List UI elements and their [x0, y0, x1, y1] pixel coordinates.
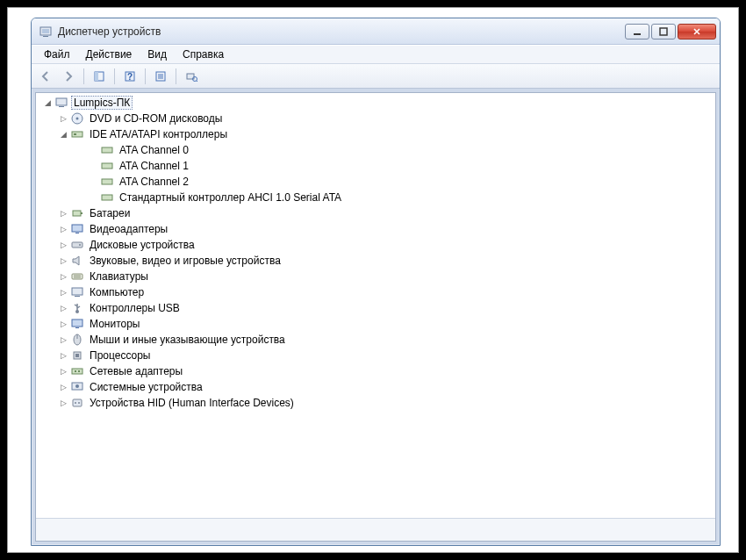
tree-root[interactable]: ◢ Lumpics-ПК: [36, 95, 715, 111]
nav-forward-button[interactable]: [58, 67, 79, 86]
computer-icon: [70, 285, 84, 299]
expand-icon[interactable]: ▷: [57, 365, 69, 377]
expand-icon[interactable]: ▷: [57, 318, 69, 330]
expand-icon[interactable]: ▷: [57, 223, 69, 235]
tree-label: IDE ATA/ATAPI контроллеры: [87, 127, 230, 141]
show-hide-tree-button[interactable]: [89, 67, 110, 86]
tree-item-mouse[interactable]: ▷ Мыши и иные указывающие устройства: [36, 332, 715, 348]
disk-icon: [70, 238, 84, 252]
scan-hardware-button[interactable]: [181, 67, 202, 86]
tree-item-ide[interactable]: ◢ IDE ATA/ATAPI контроллеры: [36, 126, 715, 142]
device-tree[interactable]: ◢ Lumpics-ПК ▷ DVD и CD-ROM дисководы: [36, 93, 715, 518]
tree-label: ATA Channel 0: [117, 143, 191, 157]
tree-item-ata0[interactable]: · ATA Channel 0: [36, 142, 715, 158]
svg-text:?: ?: [127, 72, 133, 82]
maximize-button[interactable]: [651, 24, 676, 39]
expand-icon[interactable]: ▷: [57, 207, 69, 219]
device-manager-window: Диспетчер устройств Файл Действие Вид Сп…: [31, 18, 721, 546]
toolbar-separator: [83, 68, 84, 84]
expand-icon[interactable]: ▷: [57, 381, 69, 393]
tree-label: Lumpics-ПК: [71, 96, 133, 110]
tree-label: Батареи: [87, 206, 133, 220]
menu-file[interactable]: Файл: [37, 47, 77, 62]
collapse-icon[interactable]: ◢: [57, 128, 69, 140]
controller-icon: [100, 143, 114, 157]
tree-label: Мониторы: [87, 317, 142, 331]
expand-icon[interactable]: ▷: [57, 270, 69, 283]
tree-item-disk[interactable]: ▷ Дисковые устройства: [36, 237, 715, 253]
display-adapter-icon: [70, 222, 84, 236]
svg-rect-20: [72, 132, 82, 137]
tree-item-ahci[interactable]: · Стандартный контроллер AHCI 1.0 Serial…: [36, 190, 715, 205]
expand-icon[interactable]: ▷: [57, 397, 69, 409]
help-button[interactable]: ?: [119, 67, 140, 86]
close-button[interactable]: [678, 24, 716, 39]
menu-view[interactable]: Вид: [140, 47, 174, 62]
tree-label: Мыши и иные указывающие устройства: [87, 333, 288, 347]
tree-item-cpu[interactable]: ▷ Процессоры: [36, 348, 715, 363]
tree-item-keyboard[interactable]: ▷ Клавиатуры: [36, 269, 715, 284]
minimize-button[interactable]: [625, 24, 649, 39]
expand-icon[interactable]: ▷: [57, 286, 69, 298]
tree-label: Процессоры: [87, 348, 154, 363]
system-device-icon: [70, 380, 84, 394]
svg-rect-40: [75, 327, 79, 328]
expand-icon[interactable]: ▷: [57, 349, 69, 362]
tree-item-video[interactable]: ▷ Видеоадаптеры: [36, 221, 715, 237]
tree-label: Клавиатуры: [87, 269, 151, 284]
expand-icon[interactable]: ▷: [57, 112, 69, 125]
menu-help[interactable]: Справка: [176, 47, 231, 62]
expand-icon[interactable]: ▷: [57, 255, 69, 267]
tree-label: Дисковые устройства: [87, 238, 197, 252]
tree-label: Контроллеры USB: [87, 301, 183, 315]
nav-back-button[interactable]: [35, 67, 56, 86]
monitor-icon: [70, 317, 84, 331]
tree-item-dvd[interactable]: ▷ DVD и CD-ROM дисководы: [36, 111, 715, 126]
svg-rect-21: [74, 133, 76, 135]
svg-rect-35: [72, 288, 82, 295]
tree-item-computer[interactable]: ▷ Компьютер: [36, 284, 715, 300]
tree-item-network[interactable]: ▷ Сетевые адаптеры: [36, 363, 715, 379]
tree-item-battery[interactable]: ▷ Батареи: [36, 205, 715, 221]
properties-button[interactable]: [150, 67, 171, 86]
tree-item-hid[interactable]: ▷ Устройства HID (Human Interface Device…: [36, 395, 715, 411]
tree-item-monitor[interactable]: ▷ Мониторы: [36, 316, 715, 332]
tree-label: DVD и CD-ROM дисководы: [87, 111, 225, 126]
outer-frame: Диспетчер устройств Файл Действие Вид Сп…: [7, 7, 739, 553]
tree-item-system[interactable]: ▷ Системные устройства: [36, 379, 715, 395]
tree-label: ATA Channel 2: [117, 175, 191, 189]
svg-rect-30: [72, 242, 82, 248]
tree-label: Видеоадаптеры: [87, 222, 170, 236]
svg-rect-29: [75, 233, 79, 233]
svg-rect-16: [56, 98, 67, 105]
tree-item-ata1[interactable]: · ATA Channel 1: [36, 158, 715, 174]
computer-icon: [54, 96, 68, 110]
expand-icon[interactable]: ▷: [57, 302, 69, 314]
toolbar: ?: [32, 64, 720, 89]
svg-rect-46: [75, 370, 76, 372]
svg-rect-39: [72, 319, 82, 327]
content-area: ◢ Lumpics-ПК ▷ DVD и CD-ROM дисководы: [35, 92, 716, 542]
tree-label: Сетевые адаптеры: [87, 364, 185, 378]
tree-item-sound[interactable]: ▷ Звуковые, видео и игровые устройства: [36, 253, 715, 269]
expand-icon[interactable]: ▷: [57, 334, 69, 346]
svg-rect-36: [75, 296, 80, 297]
network-icon: [70, 364, 84, 378]
battery-icon: [70, 206, 84, 220]
controller-icon: [70, 127, 84, 141]
collapse-icon[interactable]: ◢: [41, 97, 54, 109]
controller-icon: [100, 159, 114, 173]
tree-item-ata2[interactable]: · ATA Channel 2: [36, 174, 715, 190]
svg-rect-27: [81, 212, 82, 214]
menu-action[interactable]: Действие: [79, 47, 140, 62]
svg-rect-3: [634, 33, 641, 35]
toolbar-separator: [176, 68, 176, 84]
svg-rect-32: [72, 274, 82, 279]
svg-rect-45: [72, 369, 82, 374]
expand-icon[interactable]: ▷: [57, 239, 69, 251]
svg-rect-2: [43, 36, 48, 37]
tree-item-usb[interactable]: ▷ Контроллеры USB: [36, 300, 715, 316]
cpu-icon: [70, 348, 84, 363]
titlebar[interactable]: Диспетчер устройств: [32, 18, 720, 45]
svg-rect-4: [660, 28, 667, 35]
